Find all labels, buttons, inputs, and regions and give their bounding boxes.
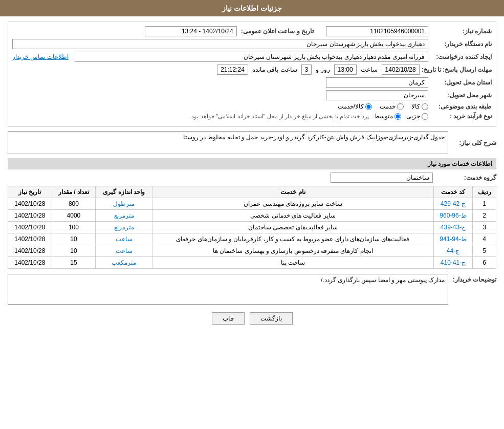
cell-code: ج-41-410 [433, 257, 473, 269]
deadline-date: 1402/10/28 [382, 65, 420, 75]
city-value: سیرجان [326, 90, 428, 100]
cell-row: 3 [473, 222, 496, 233]
cell-row: 4 [473, 233, 496, 245]
services-table: ردیف کد خدمت نام خدمت واحد اندازه گیری ت… [8, 186, 496, 269]
col-date: تاریخ نیاز [8, 186, 52, 198]
cell-code: ط-94-941 [433, 233, 473, 245]
deadline-time: 13:00 [334, 65, 357, 75]
cell-unit: مترطول [96, 198, 152, 210]
table-row: 4ط-94-941فعالیت‌های سازمان‌های دارای عضو… [8, 233, 496, 245]
service-group-row: گروه خدمت: ساختمان [8, 173, 496, 183]
cell-name: سایر فعالیت‌های تخصصی ساختمان [152, 222, 434, 233]
cell-name: فعالیت‌های سازمان‌های دارای عضو مربوط به… [152, 233, 434, 245]
table-row: 1ج-42-429ساخت سایر پروژه‌های مهندسی عمرا… [8, 198, 496, 210]
cat-khedmat-label: خدمت [380, 103, 396, 110]
cell-code: ج-44 [433, 245, 473, 257]
cat-kala-khedmat-label: کالا/خدمت [338, 103, 364, 110]
province-value: کرمان [326, 77, 428, 88]
cell-row: 5 [473, 245, 496, 257]
need-description-row: شرح کلی نیاز: جدول گذاری-زیرسازی-موزاییک… [8, 131, 496, 154]
buyer-org-value: دهیاری بیدخواب بخش باریز شهرستان سیرجان [12, 39, 428, 49]
need-description-value: جدول گذاری-زیرسازی-موزاییک فرش واش بتن-ک… [8, 131, 448, 154]
deadline-days-label: روز و [316, 66, 330, 73]
table-row: 3ج-43-439سایر فعالیت‌های تخصصی ساختمانمت… [8, 222, 496, 233]
cell-code: ط-96-960 [433, 210, 473, 222]
cell-name: انجام کارهای متفرقه درخصوص بازسازی و بهس… [152, 245, 434, 257]
category-radio-group: کالا خدمت کالا/خدمت [338, 103, 428, 110]
cell-unit: مترمکعب [96, 257, 152, 269]
cell-name: سایر فعالیت های خدماتی شخصی [152, 210, 434, 222]
deadline-remaining: 21:12:24 [217, 65, 248, 75]
service-group-value: ساختمان [331, 173, 433, 183]
top-info-section: شماره نیاز: 1102105946000001 تاریخ و ساع… [8, 22, 496, 127]
cell-date: 1402/10/28 [8, 257, 52, 269]
col-unit: واحد اندازه گیری [96, 186, 152, 198]
cell-row: 2 [473, 210, 496, 222]
service-group-label: گروه خدمت: [435, 174, 496, 181]
print-button[interactable]: چاپ [212, 312, 245, 325]
deadline-row: مهلت ارسال پاسخ: تا تاریخ: 1402/10/28 سا… [12, 65, 492, 75]
cell-unit: ساعت [96, 233, 152, 245]
cell-row: 6 [473, 257, 496, 269]
col-radif: ردیف [473, 186, 496, 198]
cell-unit: مترمربع [96, 222, 152, 233]
cell-qty: 100 [52, 222, 96, 233]
city-label: شهر محل تحویل: [430, 92, 492, 99]
announce-date-value: 1402/10/24 - 13:24 [145, 26, 237, 36]
creator-row: ایجاد کننده درخواست: فرزانه امیری مقدم د… [12, 52, 492, 62]
cat-kala-radio[interactable] [422, 103, 428, 110]
city-row: شهر محل تحویل: سیرجان [12, 90, 492, 100]
back-button[interactable]: بازگشت [250, 312, 293, 325]
purchase-type-row: نوع فرآیند خرید : جزیی متوسط پرداخت تمام… [12, 113, 492, 120]
buyer-notes-value: مدارک پیوستی مهر و امضا سپس بارگذاری گرد… [8, 274, 448, 305]
contact-link[interactable]: اطلاعات تماس خریدار [12, 53, 69, 60]
cat-khedmat-item: خدمت [380, 103, 404, 110]
cell-name: ساخت سایر پروژه‌های مهندسی عمران [152, 198, 434, 210]
cell-name: ساخت بنا [152, 257, 434, 269]
deadline-label: مهلت ارسال پاسخ: تا تاریخ: [422, 66, 492, 73]
type-motevaset-item: متوسط [374, 113, 401, 120]
type-jozi-radio[interactable] [422, 113, 428, 120]
table-row: 2ط-96-960سایر فعالیت های خدماتی شخصیمترم… [8, 210, 496, 222]
purchase-type-options: جزیی متوسط پرداخت تمام یا بخشی از مبلغ خ… [12, 113, 428, 120]
cell-qty: 800 [52, 198, 96, 210]
cell-qty: 15 [52, 257, 96, 269]
deadline-days: 3 [301, 65, 312, 75]
type-jozi-label: جزیی [406, 113, 420, 120]
button-row: بازگشت چاپ [8, 312, 496, 325]
purchase-type-note: پرداخت تمام یا بخشی از مبلغ خریدار از مح… [190, 113, 369, 120]
creator-value: فرزانه امیری مقدم دهیار دهیاری بیدخواب ب… [75, 52, 428, 62]
cat-kala-label: کالا [411, 103, 420, 110]
col-code: کد خدمت [433, 186, 473, 198]
cell-unit: مترمربع [96, 210, 152, 222]
category-label: طبقه بندی موضوعی: [430, 103, 492, 110]
province-label: استان محل تحویل: [430, 79, 492, 86]
table-header-row: ردیف کد خدمت نام خدمت واحد اندازه گیری ت… [8, 186, 496, 198]
type-jozi-item: جزیی [406, 113, 428, 120]
buyer-org-label: نام دستگاه خریدار: [430, 40, 492, 48]
deadline-time-label: ساعت [361, 66, 378, 73]
province-row: استان محل تحویل: کرمان [12, 77, 492, 88]
type-motevaset-label: متوسط [374, 113, 393, 120]
cell-date: 1402/10/28 [8, 222, 52, 233]
cat-kala-khedmat-item: کالا/خدمت [338, 103, 372, 110]
need-number-row: شماره نیاز: 1102105946000001 تاریخ و ساع… [12, 26, 492, 36]
cell-code: ج-42-429 [433, 198, 473, 210]
page-title: جزئیات اطلاعات نیاز [222, 4, 282, 12]
cell-code: ج-43-439 [433, 222, 473, 233]
cell-date: 1402/10/28 [8, 245, 52, 257]
cell-date: 1402/10/28 [8, 210, 52, 222]
buyer-notes-label: توضیحات خریدار: [450, 274, 496, 283]
cell-unit: ساعت [96, 245, 152, 257]
purchase-type-label: نوع فرآیند خرید : [430, 113, 492, 120]
cat-kala-khedmat-radio[interactable] [365, 103, 372, 110]
cell-row: 1 [473, 198, 496, 210]
cat-kala-item: کالا [411, 103, 428, 110]
type-motevaset-radio[interactable] [395, 113, 401, 120]
buyer-org-row: نام دستگاه خریدار: دهیاری بیدخواب بخش با… [12, 39, 492, 49]
cell-qty: 10 [52, 245, 96, 257]
cat-khedmat-radio[interactable] [397, 103, 404, 110]
cell-qty: 10 [52, 233, 96, 245]
page-header: جزئیات اطلاعات نیاز [0, 0, 504, 16]
need-number-value: 1102105946000001 [326, 26, 428, 36]
